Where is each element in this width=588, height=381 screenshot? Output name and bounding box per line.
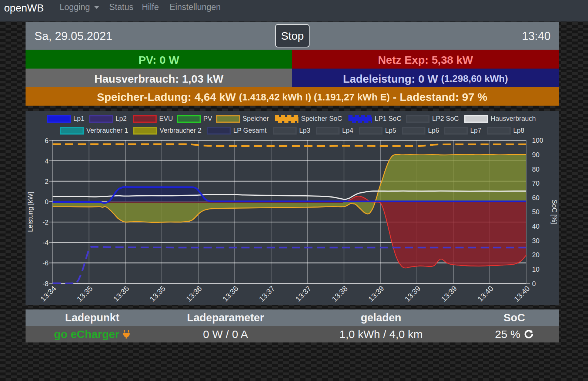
- svg-text:0: 0: [45, 198, 49, 206]
- svg-text:20: 20: [532, 251, 539, 259]
- svg-text:70: 70: [532, 180, 539, 187]
- svg-text:13:37: 13:37: [257, 284, 276, 303]
- svg-text:80: 80: [532, 166, 539, 173]
- svg-text:13:37: 13:37: [294, 284, 313, 303]
- svg-text:13:39: 13:39: [440, 284, 458, 303]
- svg-text:13:36: 13:36: [184, 284, 203, 303]
- svg-text:50: 50: [532, 208, 539, 216]
- svg-text:SoC [%]: SoC [%]: [551, 199, 558, 224]
- svg-text:-2: -2: [43, 219, 49, 226]
- svg-text:6: 6: [45, 137, 49, 145]
- svg-text:90: 90: [532, 151, 539, 159]
- svg-text:13:35: 13:35: [112, 284, 131, 303]
- svg-text:0: 0: [532, 280, 536, 288]
- svg-text:Leistung [kW]: Leistung [kW]: [27, 192, 34, 232]
- svg-text:13:35: 13:35: [75, 284, 94, 303]
- svg-text:13:39: 13:39: [403, 284, 422, 303]
- svg-text:13:39: 13:39: [367, 284, 385, 303]
- svg-text:4: 4: [45, 158, 49, 165]
- svg-text:-8: -8: [43, 280, 49, 288]
- svg-text:30: 30: [532, 237, 539, 245]
- svg-text:-6: -6: [43, 259, 49, 267]
- svg-text:60: 60: [532, 194, 539, 202]
- svg-text:13:38: 13:38: [330, 284, 349, 303]
- svg-text:2: 2: [45, 178, 49, 185]
- svg-text:13:36: 13:36: [221, 284, 240, 303]
- svg-text:40: 40: [532, 223, 539, 230]
- svg-text:13:40: 13:40: [512, 284, 531, 303]
- svg-text:-4: -4: [43, 239, 49, 246]
- svg-text:13:40: 13:40: [476, 284, 495, 303]
- svg-text:10: 10: [532, 266, 539, 273]
- svg-text:100: 100: [532, 137, 543, 144]
- svg-text:13:35: 13:35: [148, 284, 167, 303]
